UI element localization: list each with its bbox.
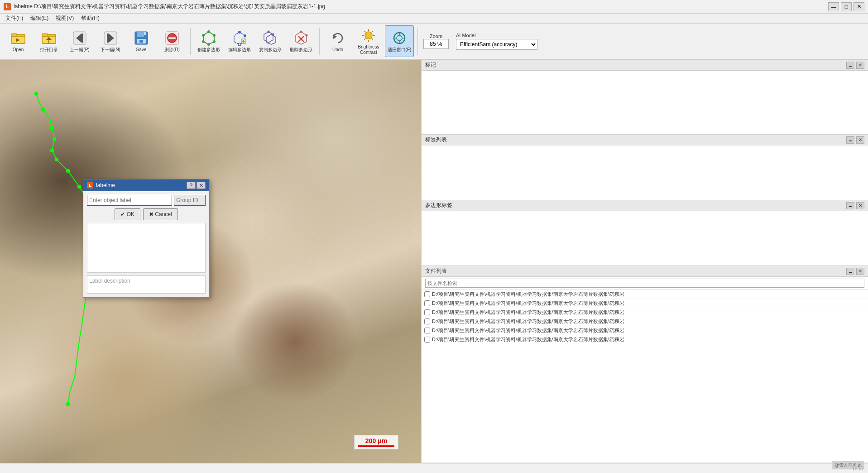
label-list-area[interactable] <box>87 223 206 273</box>
file-list-item[interactable]: D:\项目\研究生资料文件\机器学习资料\机器学习数据集\南京大学岩石薄片数据集… <box>422 308 868 317</box>
panel-duobianxing-content <box>422 211 868 265</box>
panel-biaoqian-close[interactable]: ✕ <box>856 136 864 144</box>
ai-model-area: AI Model EfficientSam (accuracy) Efficie… <box>456 33 537 50</box>
panel-file-controls: 🗕 ✕ <box>846 268 864 275</box>
copy-poly-button[interactable]: 复制多边形 <box>256 25 285 57</box>
panel-biaoji-close[interactable]: ✕ <box>856 62 864 69</box>
panel-biaoqian-header: 标签列表 🗕 ✕ <box>422 135 868 145</box>
prev-label: 上一幅(P) <box>70 47 89 53</box>
label-description-area[interactable]: Label description <box>87 275 206 294</box>
panel-biaoji-minimize[interactable]: 🗕 <box>846 62 854 69</box>
window-title: labelme D:\项目\研究生资料文件\机器学习资料\机器学习数据集\南京大… <box>14 3 828 10</box>
svg-point-67 <box>55 158 58 161</box>
delete-button[interactable]: 删除(D) <box>158 25 187 57</box>
group-id-input[interactable] <box>174 195 206 206</box>
svg-marker-38 <box>267 34 276 44</box>
panel-file-close[interactable]: ✕ <box>856 268 864 275</box>
undo-button[interactable]: Undo <box>323 25 352 57</box>
svg-rect-17 <box>144 32 146 35</box>
maximize-button[interactable]: □ <box>841 2 852 11</box>
window-controls: — □ ✕ <box>828 2 864 11</box>
panel-file-content: D:\项目\研究生资料文件\机器学习资料\机器学习数据集\南京大学岩石薄片数据集… <box>422 277 868 463</box>
dialog-title-area: L labelme <box>87 182 115 188</box>
svg-rect-16 <box>137 32 144 37</box>
file-path-4: D:\项目\研究生资料文件\机器学习资料\机器学习数据集\南京大学岩石薄片数据集… <box>432 318 624 325</box>
save-button[interactable]: Save <box>127 25 156 57</box>
toolbar-sep-1 <box>190 28 191 55</box>
file-checkbox-1[interactable] <box>424 291 430 297</box>
menu-help[interactable]: 帮助(H) <box>77 14 103 23</box>
toolbar-sep-2 <box>319 28 320 55</box>
zoom-input[interactable] <box>423 39 449 49</box>
remove-poly-label: 删除多边形 <box>290 47 312 53</box>
svg-point-40 <box>272 34 274 36</box>
file-search-input[interactable] <box>425 279 864 288</box>
zoom-area: Zoom <box>423 34 449 49</box>
svg-point-31 <box>238 31 241 34</box>
open-button[interactable]: ▶ Open <box>4 25 33 57</box>
panel-file-minimize[interactable]: 🗕 <box>846 268 854 275</box>
file-checkbox-3[interactable] <box>424 309 430 315</box>
panel-duobianxing-minimize[interactable]: 🗕 <box>846 202 854 209</box>
file-checkbox-6[interactable] <box>424 337 430 343</box>
panel-biaoqian-minimize[interactable]: 🗕 <box>846 136 854 144</box>
menu-edit[interactable]: 编辑(E) <box>27 14 52 23</box>
dialog-ok-button[interactable]: ✔ OK <box>115 208 140 220</box>
titlebar: L labelme D:\项目\研究生资料文件\机器学习资料\机器学习数据集\南… <box>0 0 868 14</box>
canvas-area[interactable]: 200 μm <box>0 60 421 463</box>
file-list-item[interactable]: D:\项目\研究生资料文件\机器学习资料\机器学习数据集\南京大学岩石薄片数据集… <box>422 290 868 299</box>
panel-duobianxing-title: 多边形标签 <box>425 202 452 209</box>
annotation-overlay <box>0 60 421 463</box>
panel-biaoqian-title: 标签列表 <box>425 136 447 144</box>
brightness-button[interactable]: BrightnessContrast <box>354 25 383 57</box>
svg-point-62 <box>34 92 38 96</box>
file-list-item[interactable]: D:\项目\研究生资料文件\机器学习资料\机器学习数据集\南京大学岩石薄片数据集… <box>422 317 868 326</box>
dialog-help-button[interactable]: ? <box>187 182 196 189</box>
prev-icon <box>72 30 88 46</box>
panel-file-list: 文件列表 🗕 ✕ D:\项目\研究生资料文件\机器学习资料\机器学习数据集\南京… <box>422 266 868 463</box>
file-list-item[interactable]: D:\项目\研究生资料文件\机器学习资料\机器学习数据集\南京大学岩石薄片数据集… <box>422 299 868 308</box>
csdn-watermark: @雪人不见龙 <box>832 461 864 469</box>
svg-point-39 <box>268 31 270 33</box>
dialog-cancel-button[interactable]: ✖ Cancel <box>143 208 178 220</box>
undo-icon <box>330 30 346 46</box>
minimize-button[interactable]: — <box>828 2 839 11</box>
panel-duobianxing-close[interactable]: ✕ <box>856 202 864 209</box>
edit-poly-button[interactable]: 编辑多边形 <box>225 25 254 57</box>
file-list-item[interactable]: D:\项目\研究生资料文件\机器学习资料\机器学习数据集\南京大学岩石薄片数据集… <box>422 326 868 335</box>
prev-button[interactable]: 上一幅(P) <box>65 25 94 57</box>
create-poly-button[interactable]: 创建多边形 <box>194 25 223 57</box>
next-button[interactable]: 下一幅(N) <box>96 25 125 57</box>
dialog-actions: ✔ OK ✖ Cancel <box>87 208 206 220</box>
close-button[interactable]: ✕ <box>854 2 864 11</box>
label-input[interactable] <box>87 195 172 206</box>
svg-point-27 <box>207 43 210 46</box>
file-list-item[interactable]: D:\项目\研究生资料文件\机器学习资料\机器学习数据集\南京大学岩石薄片数据集… <box>422 335 868 344</box>
open-dir-button[interactable]: 打开目录 <box>34 25 63 57</box>
undo-label: Undo <box>332 47 343 53</box>
menubar: 文件(F) 编辑(E) 视图(V) 帮助(H) <box>0 14 868 24</box>
svg-marker-23 <box>203 32 214 44</box>
dialog-titlebar: L labelme ? ✕ <box>83 179 209 191</box>
app-icon: L <box>4 3 11 10</box>
svg-point-64 <box>50 126 54 130</box>
open-icon: ▶ <box>10 30 26 46</box>
remove-poly-button[interactable]: 删除多边形 <box>287 25 316 57</box>
menu-file[interactable]: 文件(F) <box>2 14 27 23</box>
file-search-area <box>422 277 868 290</box>
panel-biaoji-controls: 🗕 ✕ <box>846 62 864 69</box>
file-checkbox-5[interactable] <box>424 328 430 333</box>
dialog-close-button[interactable]: ✕ <box>197 182 206 189</box>
file-checkbox-4[interactable] <box>424 319 430 324</box>
fit-window-button[interactable]: 适应窗口(F) <box>385 25 414 57</box>
file-path-1: D:\项目\研究生资料文件\机器学习资料\机器学习数据集\南京大学岩石薄片数据集… <box>432 291 624 298</box>
right-panel: 标记 🗕 ✕ 标签列表 🗕 ✕ 多边形标签 <box>421 60 868 463</box>
menu-view[interactable]: 视图(V) <box>52 14 77 23</box>
fit-window-label: 适应窗口(F) <box>388 47 412 53</box>
svg-line-54 <box>372 31 373 33</box>
ai-model-select[interactable]: EfficientSam (accuracy) EfficientSam (sp… <box>456 39 537 50</box>
svg-point-25 <box>213 34 216 37</box>
file-checkbox-2[interactable] <box>424 300 430 306</box>
toolbar: ▶ Open 打开目录 上一幅(P) <box>0 24 868 60</box>
svg-point-33 <box>238 43 241 46</box>
